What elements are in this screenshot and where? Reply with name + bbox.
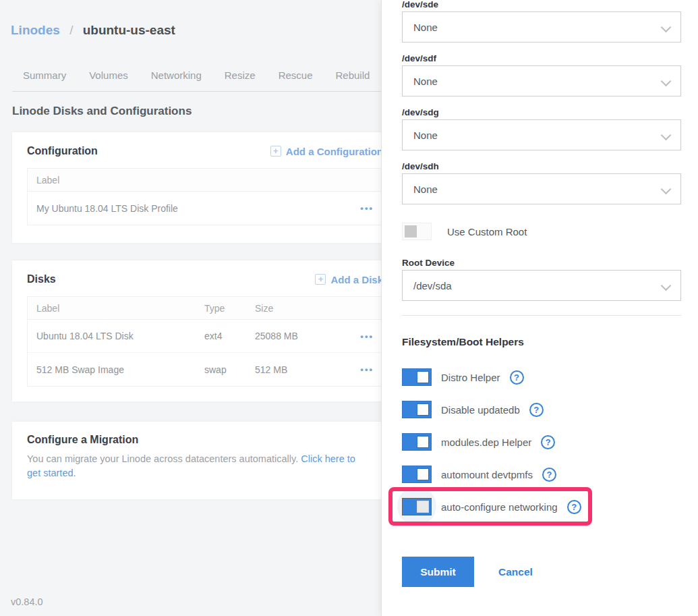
breadcrumb: Linodes / ubuntu-us-east [11,23,175,38]
breadcrumb-linodes-link[interactable]: Linodes [11,23,60,37]
breadcrumb-separator: / [69,23,73,37]
root-device-field: Root Device /dev/sda [402,258,681,301]
disk-row: 512 MB Swap Image swap 512 MB ••• [28,353,382,386]
help-icon[interactable]: ? [567,500,581,514]
migration-panel-title: Configure a Migration [27,434,383,446]
chevron-down-icon [662,78,670,85]
disk-size: 512 MB [255,364,350,375]
helpers-section-title: Filesystem/Boot Helpers [402,336,681,348]
device-sdh-value: None [413,184,438,195]
device-field-sde: /dev/sde None [402,0,681,43]
use-custom-root-label: Use Custom Root [447,226,527,237]
disks-table-header: Label Type Size [28,297,382,320]
column-label: Label [28,175,350,186]
device-sde-value: None [413,22,438,33]
add-disk-label: Add a Disk [330,274,383,285]
plus-icon: + [315,274,326,285]
cancel-button[interactable]: Cancel [498,566,533,578]
disks-panel: Disks + Add a Disk Label Type Size Ubunt… [12,260,398,401]
root-device-value: /dev/sda [413,280,452,291]
distro-helper-label: Distro Helper [441,372,500,383]
disks-table: Label Type Size Ubuntu 18.04 LTS Disk ex… [27,296,383,387]
tab-summary[interactable]: Summary [23,69,66,90]
device-sdg-select[interactable]: None [402,119,681,150]
help-icon[interactable]: ? [541,435,555,449]
root-device-select[interactable]: /dev/sda [402,270,681,301]
toggle-knob [417,501,429,513]
configuration-table-header: Label [28,169,382,192]
helper-row-modules-dep: modules.dep Helper ? [402,433,681,451]
tab-resize[interactable]: Resize [225,69,256,90]
root-device-label: Root Device [402,258,681,268]
automount-devtpmfs-toggle[interactable] [402,466,432,483]
breadcrumb-current-linode: ubuntu-us-east [83,23,175,37]
chevron-down-icon [662,24,670,31]
use-custom-root-toggle[interactable] [402,223,432,240]
distro-helper-toggle[interactable] [402,368,432,386]
chevron-down-icon [662,132,670,139]
use-custom-root-row: Use Custom Root [402,223,681,240]
device-field-sdh: /dev/sdh None [402,162,681,204]
helper-row-automount: automount devtpmfs ? [402,466,681,483]
toggle-knob [417,468,429,480]
device-sdh-select[interactable]: None [402,173,681,204]
submit-button[interactable]: Submit [402,557,474,587]
tab-rescue[interactable]: Rescue [279,69,313,90]
device-sdf-value: None [413,76,438,87]
toggle-knob [417,371,429,383]
tab-volumes[interactable]: Volumes [89,69,128,90]
disk-label: 512 MB Swap Image [28,364,204,375]
add-disk-button[interactable]: + Add a Disk [315,274,383,285]
device-field-sdf: /dev/sdf None [402,54,681,96]
migration-description: You can migrate your Linode across datac… [27,452,368,481]
helper-row-updatedb: Disable updatedb ? [402,401,681,418]
modules-dep-helper-label: modules.dep Helper [441,437,531,448]
disk-row: Ubuntu 18.04 LTS Disk ext4 25088 MB ••• [28,320,382,353]
column-label: Label [28,303,204,314]
device-sdg-value: None [413,130,438,141]
disable-updatedb-label: Disable updatedb [441,404,520,416]
toggle-knob [417,403,429,416]
migration-text: You can migrate your Linode across datac… [27,453,301,464]
configuration-panel: Configuration + Add a Configuration Labe… [12,132,398,243]
help-icon[interactable]: ? [510,370,524,385]
main-content: Linodes / ubuntu-us-east Summary Volumes… [0,0,410,616]
help-icon[interactable]: ? [529,403,544,417]
page-title: Linode Disks and Configurations [12,105,192,118]
disk-type: ext4 [204,331,255,341]
disk-size: 25088 MB [255,331,350,341]
disable-updatedb-toggle[interactable] [402,401,432,418]
disk-label: Ubuntu 18.04 LTS Disk [28,331,204,341]
help-icon[interactable]: ? [542,468,556,482]
toggle-knob [405,225,417,237]
disk-actions-menu-icon[interactable]: ••• [350,364,382,374]
device-field-sdg: /dev/sdg None [402,108,681,150]
chevron-down-icon [662,282,670,289]
add-configuration-label: Add a Configuration [286,146,383,157]
linode-manager-page: Linodes / ubuntu-us-east Summary Volumes… [0,0,698,616]
device-sdh-label: /dev/sdh [402,162,681,171]
drawer-divider [402,315,681,316]
tab-networking[interactable]: Networking [151,69,202,90]
chevron-down-icon [662,186,670,193]
auto-configure-networking-toggle[interactable] [402,498,432,515]
tab-rebuild[interactable]: Rebuild [335,69,370,90]
tabs-divider [12,91,398,92]
column-size: Size [255,303,350,314]
configuration-label: My Ubuntu 18.04 LTS Disk Profile [28,203,350,214]
add-configuration-button[interactable]: + Add a Configuration [270,146,383,157]
configuration-actions-menu-icon[interactable]: ••• [350,203,382,213]
helper-row-distro: Distro Helper ? [402,368,681,386]
configuration-panel-title: Configuration [27,145,98,157]
device-sde-select[interactable]: None [402,11,681,43]
toggle-knob [417,436,429,448]
plus-icon: + [270,146,281,157]
disk-type: swap [204,364,255,375]
modules-dep-helper-toggle[interactable] [402,433,432,451]
disk-actions-menu-icon[interactable]: ••• [350,331,382,341]
migration-panel: Configure a Migration You can migrate yo… [12,422,398,499]
device-sdf-select[interactable]: None [402,65,681,96]
app-version: v0.84.0 [11,596,43,607]
drawer-actions: Submit Cancel [402,557,681,587]
configuration-row: My Ubuntu 18.04 LTS Disk Profile ••• [28,192,382,225]
